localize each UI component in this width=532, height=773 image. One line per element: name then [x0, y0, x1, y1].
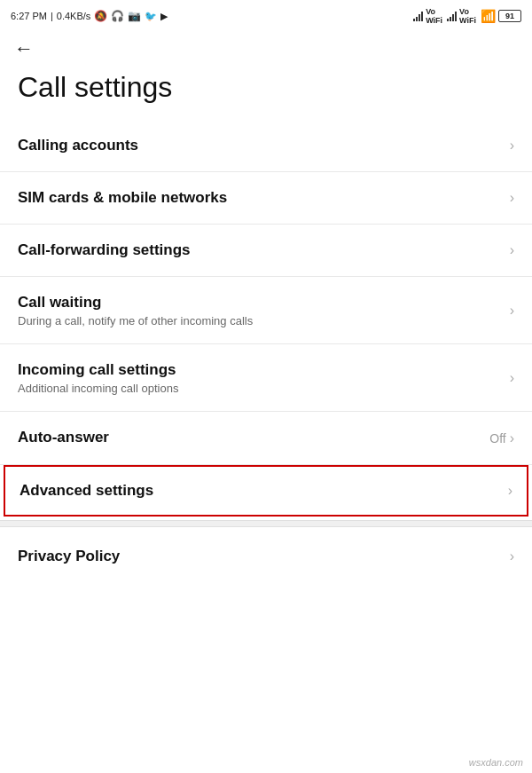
status-bar: 6:27 PM | 0.4KB/s 🔕 🎧 📷 🐦 ▶ VoWiFi VoWiF…: [0, 0, 532, 32]
menu-item-content: Incoming call settings Additional incomi…: [18, 360, 510, 395]
menu-item-subtitle: Additional incoming call options: [18, 382, 510, 395]
menu-item-content: Auto-answer: [18, 428, 489, 447]
menu-item-title: Auto-answer: [18, 428, 489, 447]
menu-item-content: Call-forwarding settings: [18, 241, 510, 260]
menu-item-right: ›: [510, 242, 514, 258]
menu-item-content: Calling accounts: [18, 136, 510, 155]
signal-icon-2: [447, 11, 457, 21]
menu-item-title: Calling accounts: [18, 136, 510, 155]
chevron-icon: ›: [508, 483, 512, 499]
menu-item-auto-answer[interactable]: Auto-answer Off ›: [0, 412, 532, 464]
chevron-icon: ›: [510, 242, 514, 258]
menu-item-right: Off ›: [489, 430, 514, 446]
menu-item-privacy-policy[interactable]: Privacy Policy ›: [0, 531, 532, 582]
vo-wifi-label2: VoWiFi: [459, 7, 476, 25]
menu-item-right: ›: [510, 138, 514, 154]
menu-item-title: Privacy Policy: [18, 547, 510, 566]
headphone-icon: 🎧: [111, 10, 124, 22]
chevron-icon: ›: [510, 370, 514, 386]
back-button[interactable]: ←: [14, 39, 34, 59]
menu-item-call-forwarding[interactable]: Call-forwarding settings ›: [0, 225, 532, 277]
menu-item-right: ›: [510, 303, 514, 319]
menu-item-right: ›: [510, 548, 514, 564]
status-left: 6:27 PM | 0.4KB/s 🔕 🎧 📷 🐦 ▶: [11, 10, 168, 22]
menu-item-content: SIM cards & mobile networks: [18, 188, 510, 208]
menu-item-right: ›: [510, 370, 514, 386]
screenshot-icon: 📷: [128, 10, 141, 22]
data-speed: |: [51, 11, 53, 21]
mute-icon: 🔕: [94, 10, 107, 22]
menu-item-call-waiting[interactable]: Call waiting During a call, notify me of…: [0, 277, 532, 344]
menu-item-content: Call waiting During a call, notify me of…: [18, 293, 510, 327]
time-display: 6:27 PM: [11, 11, 47, 21]
chevron-icon: ›: [510, 303, 514, 319]
status-right: VoWiFi VoWiFi 📶 91: [413, 7, 521, 25]
menu-item-subtitle: During a call, notify me of other incomi…: [18, 314, 510, 327]
menu-item-content: Privacy Policy: [18, 547, 510, 566]
chevron-icon: ›: [510, 138, 514, 154]
menu-item-calling-accounts[interactable]: Calling accounts ›: [0, 120, 532, 172]
chevron-icon: ›: [510, 430, 514, 446]
auto-answer-status: Off: [489, 431, 505, 446]
back-row: ←: [0, 32, 532, 62]
youtube-icon: ▶: [160, 11, 168, 22]
signal-icon: [413, 11, 423, 21]
battery-indicator: 91: [498, 10, 521, 22]
menu-item-advanced-settings[interactable]: Advanced settings ›: [4, 465, 528, 517]
menu-item-title: Call-forwarding settings: [18, 241, 510, 260]
menu-item-sim-cards[interactable]: SIM cards & mobile networks ›: [0, 172, 532, 225]
page-title: Call settings: [0, 62, 532, 120]
menu-item-title: Incoming call settings: [18, 360, 510, 380]
menu-item-content: Advanced settings: [20, 481, 508, 501]
bottom-menu-list: Privacy Policy ›: [0, 531, 532, 582]
watermark: wsxdan.com: [469, 757, 523, 768]
menu-list: Calling accounts › SIM cards & mobile ne…: [0, 120, 532, 517]
chevron-icon: ›: [510, 190, 514, 206]
section-divider: [0, 520, 532, 527]
chevron-icon: ›: [510, 548, 514, 564]
menu-item-incoming-call[interactable]: Incoming call settings Additional incomi…: [0, 344, 532, 412]
menu-item-title: SIM cards & mobile networks: [18, 188, 510, 208]
data-speed-value: 0.4KB/s: [57, 11, 91, 21]
menu-item-title: Advanced settings: [20, 481, 508, 501]
menu-item-right: ›: [508, 483, 512, 499]
twitter-icon: 🐦: [145, 11, 157, 22]
menu-item-right: ›: [510, 190, 514, 206]
vo-wifi-label1: VoWiFi: [426, 7, 442, 25]
menu-item-title: Call waiting: [18, 293, 510, 312]
wifi-icon: 📶: [481, 9, 496, 23]
